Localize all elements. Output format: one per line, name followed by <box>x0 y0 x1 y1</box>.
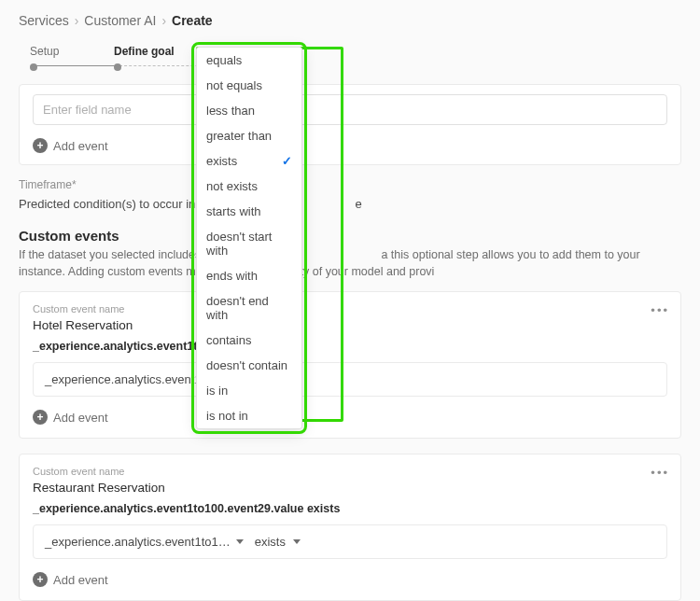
operator-option-label: less than <box>206 104 255 118</box>
operator-option-label: greater than <box>206 129 272 143</box>
operator-option[interactable]: doesn't start with <box>197 224 301 263</box>
operator-option[interactable]: contains <box>197 328 301 353</box>
field-name-input[interactable] <box>33 94 667 125</box>
event-name-value: Restaurant Reservation <box>33 481 667 495</box>
event-inner-config: _experience.analytics.event1to1… ✎ exist… <box>33 362 667 397</box>
more-icon[interactable]: ••• <box>651 466 669 480</box>
chevron-right-icon: › <box>75 13 79 28</box>
operator-option-label: is in <box>206 384 228 398</box>
event-inner-config: _experience.analytics.event1to1… exists <box>33 524 667 559</box>
step-dot-icon <box>114 63 121 71</box>
step-label: Define goal <box>114 45 175 58</box>
operator-option-label: contains <box>206 333 251 347</box>
wizard-steps: Setup Define goal <box>0 37 700 84</box>
plus-circle-icon: + <box>33 572 48 587</box>
plus-circle-icon: + <box>33 410 48 425</box>
operator-value: exists <box>255 535 286 549</box>
event-name-label: Custom event name <box>33 303 667 314</box>
chevron-right-icon: › <box>161 13 166 28</box>
chevron-down-icon <box>236 539 244 544</box>
top-field-card: + Add event <box>19 84 681 165</box>
add-event-link[interactable]: + Add event <box>33 134 667 155</box>
operator-option-label: equals <box>206 53 242 67</box>
breadcrumb: Services › Customer AI › Create <box>0 0 700 37</box>
operator-option-label: not exists <box>206 179 258 193</box>
chevron-down-icon <box>293 539 301 544</box>
add-event-label: Add event <box>53 139 108 153</box>
custom-events-desc: If the dataset you selected includes cus… <box>19 247 681 280</box>
check-icon: ✓ <box>282 154 292 168</box>
field-selector[interactable]: _experience.analytics.event1to1… <box>45 535 244 549</box>
predicted-text: Predicted condition(s) to occur in next <box>19 197 222 211</box>
operator-option[interactable]: equals <box>197 48 301 73</box>
operator-option[interactable]: ends with <box>197 263 301 288</box>
step-dot-icon <box>30 63 37 71</box>
operator-option[interactable]: less than <box>197 98 301 123</box>
add-event-link[interactable]: + Add event <box>33 406 667 426</box>
operator-option[interactable]: starts with <box>197 199 301 224</box>
operator-option[interactable]: is not in <box>197 403 301 428</box>
main-content: + Add event Timeframe* Predicted conditi… <box>0 84 700 601</box>
predicted-condition-line: Predicted condition(s) to occur in next … <box>19 197 681 211</box>
operator-option[interactable]: greater than <box>197 123 301 148</box>
plus-circle-icon: + <box>33 138 48 153</box>
custom-event-card: ••• Custom event name Hotel Reservation … <box>19 291 681 439</box>
operator-selector[interactable]: exists <box>255 535 301 549</box>
timeframe-label: Timeframe* <box>19 178 681 191</box>
add-event-label: Add event <box>53 573 108 587</box>
operator-dropdown[interactable]: equalsnot equalsless thangreater thanexi… <box>196 47 302 429</box>
breadcrumb-create: Create <box>172 13 213 28</box>
operator-option-label: is not in <box>206 409 248 423</box>
operator-option-label: starts with <box>206 204 261 218</box>
operator-option-label: doesn't end with <box>206 294 292 322</box>
operator-option[interactable]: doesn't end with <box>197 288 301 328</box>
operator-option-label: doesn't contain <box>206 358 287 372</box>
field-selector-value: _experience.analytics.event1to1… <box>45 535 231 549</box>
predicted-suffix: e <box>356 197 362 211</box>
operator-option[interactable]: exists✓ <box>197 148 301 174</box>
step-track <box>35 65 118 66</box>
event-name-label: Custom event name <box>33 466 667 477</box>
operator-option-label: exists <box>206 154 237 168</box>
breadcrumb-customer-ai[interactable]: Customer AI <box>84 13 156 28</box>
step-define-goal[interactable]: Define goal <box>114 45 198 71</box>
operator-option-label: not equals <box>206 78 262 92</box>
event-expression: _experience.analytics.event1to100.event2… <box>33 502 667 515</box>
event-name-value: Hotel Reservation <box>33 318 667 332</box>
operator-option[interactable]: doesn't contain <box>197 353 301 378</box>
operator-option[interactable]: not exists <box>197 174 301 199</box>
operator-option-label: doesn't start with <box>206 230 292 258</box>
add-event-label: Add event <box>53 411 108 425</box>
breadcrumb-services[interactable]: Services <box>19 13 69 28</box>
custom-event-card: ••• Custom event name Restaurant Reserva… <box>19 454 681 601</box>
add-event-link[interactable]: + Add event <box>33 568 667 589</box>
operator-option-label: ends with <box>206 269 258 283</box>
more-icon[interactable]: ••• <box>651 303 669 317</box>
operator-option[interactable]: not equals <box>197 73 301 98</box>
step-label: Setup <box>30 45 59 58</box>
event-expression: _experience.analytics.event1to100.event8 <box>33 340 667 353</box>
custom-events-heading: Custom events <box>19 228 681 244</box>
operator-option[interactable]: is in <box>197 378 301 403</box>
step-setup[interactable]: Setup <box>30 45 114 71</box>
